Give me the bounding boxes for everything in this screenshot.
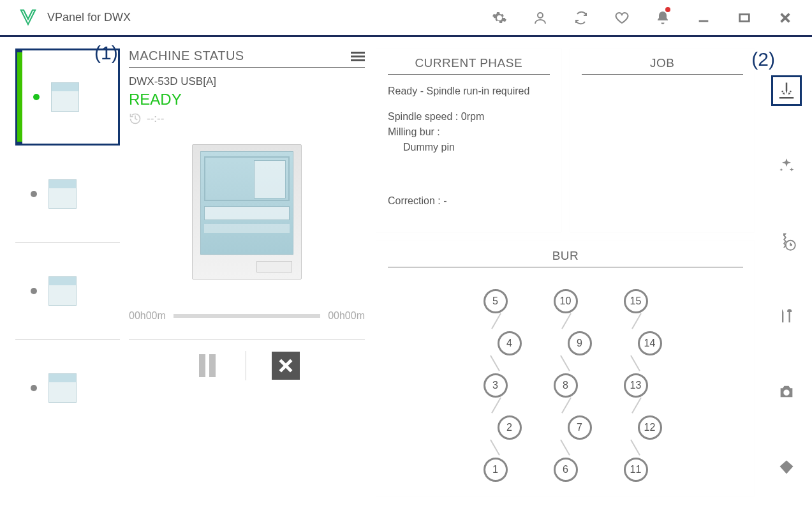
- job-panel: JOB: [570, 49, 755, 232]
- minimize-icon: [697, 11, 711, 25]
- notification-dot: [665, 7, 670, 12]
- job-heading: JOB: [650, 56, 674, 70]
- machine-name: DWX-53D USB[A]: [129, 75, 365, 88]
- bur-slot-15[interactable]: 15: [624, 289, 648, 313]
- tools-icon: [778, 308, 795, 325]
- app-title: VPanel for DWX: [47, 11, 131, 24]
- correction-value: -: [443, 195, 447, 206]
- progress-start: 00h00m: [129, 310, 166, 322]
- user-button[interactable]: [520, 0, 561, 36]
- pause-button[interactable]: [195, 353, 220, 378]
- refresh-button[interactable]: [561, 0, 602, 36]
- annotation-2: (2): [751, 49, 775, 70]
- bur-slot-6[interactable]: 6: [554, 458, 578, 482]
- bell-icon: [655, 10, 670, 26]
- svg-rect-4: [351, 59, 365, 61]
- svg-point-6: [790, 91, 792, 93]
- status-dot: [31, 385, 37, 391]
- notifications-button[interactable]: [642, 0, 683, 36]
- svg-rect-1: [740, 14, 749, 21]
- bur-label: Milling bur :: [388, 124, 550, 140]
- camera-icon: [778, 383, 795, 401]
- minimize-button[interactable]: [683, 0, 724, 36]
- bur-slot-13[interactable]: 13: [624, 373, 648, 398]
- current-phase-heading: CURRENT PHASE: [415, 56, 522, 70]
- refresh-icon: [573, 10, 589, 26]
- machine-thumb: [51, 82, 79, 112]
- machine-status-heading: MACHINE STATUS: [129, 49, 244, 63]
- status-dot: [31, 191, 37, 197]
- settings-button[interactable]: [479, 0, 520, 36]
- favorite-button[interactable]: [602, 0, 642, 36]
- machine-card-3[interactable]: [15, 243, 120, 340]
- gear-icon: [492, 10, 507, 26]
- heart-icon: [614, 10, 630, 26]
- machine-list: [15, 49, 120, 497]
- cleanup-tool-button[interactable]: [771, 151, 802, 181]
- svg-rect-0: [699, 20, 709, 22]
- machine-state: READY: [129, 91, 365, 108]
- title-bar: VPanel for DWX: [0, 0, 812, 37]
- progress-track[interactable]: [173, 314, 320, 318]
- bur-heading: BUR: [552, 249, 579, 263]
- screw-schedule-button[interactable]: [771, 226, 802, 257]
- milling-icon: [777, 81, 796, 100]
- current-phase-panel: CURRENT PHASE Ready - Spindle run-in req…: [376, 49, 561, 232]
- machine-status-panel: (1) MACHINE STATUS DWX-53D USB[A] READY …: [120, 49, 371, 497]
- user-icon: [533, 10, 548, 26]
- bur-slot-5[interactable]: 5: [484, 289, 508, 313]
- correction-label: Correction :: [388, 195, 443, 206]
- maximize-icon: [737, 11, 751, 25]
- bur-slot-3[interactable]: 3: [484, 373, 508, 398]
- svg-point-8: [785, 391, 788, 394]
- sparkle-icon: [778, 157, 795, 175]
- machine-thumb: [48, 276, 77, 306]
- close-icon: [778, 11, 792, 25]
- panel-menu-button[interactable]: [351, 52, 365, 63]
- screw-clock-icon: [777, 232, 796, 251]
- bur-slot-11[interactable]: 11: [624, 458, 648, 482]
- status-dot: [31, 288, 37, 294]
- bur-slot-7[interactable]: 7: [568, 415, 592, 440]
- history-clock-icon: [129, 112, 142, 125]
- phase-status-line: Ready - Spindle run-in required: [388, 84, 550, 99]
- diamond-icon: [778, 458, 795, 476]
- menu-icon: [351, 52, 365, 63]
- svg-point-5: [782, 91, 784, 93]
- bur-slot-1[interactable]: 1: [484, 458, 508, 482]
- maintenance-tool-button[interactable]: [771, 301, 802, 332]
- app-logo: [19, 8, 38, 27]
- spindle-label: Spindle speed :: [388, 111, 461, 122]
- bur-slot-10[interactable]: 10: [554, 289, 578, 313]
- spindle-value: 0rpm: [461, 111, 484, 122]
- machine-thumb: [48, 373, 77, 403]
- machine-card-4[interactable]: [15, 340, 120, 437]
- svg-rect-3: [351, 56, 365, 57]
- divider: [246, 351, 246, 380]
- bur-slot-9[interactable]: 9: [568, 331, 592, 355]
- side-toolbar: (2): [761, 49, 812, 497]
- svg-rect-2: [351, 52, 365, 54]
- progress-row: 00h00m 00h00m: [129, 310, 365, 322]
- bur-slot-14[interactable]: 14: [638, 331, 662, 355]
- maximize-button[interactable]: [724, 0, 765, 36]
- close-button[interactable]: [765, 0, 806, 36]
- bur-value: Dummy pin: [388, 140, 550, 155]
- machine-thumb: [48, 179, 77, 209]
- status-dot: [33, 94, 40, 100]
- x-icon: [276, 356, 295, 375]
- bur-slot-12[interactable]: 12: [638, 415, 662, 440]
- bur-slot-8[interactable]: 8: [554, 373, 578, 398]
- time-placeholder: --:--: [147, 112, 164, 125]
- machine-image: [192, 144, 302, 280]
- bur-panel: BUR 543211098761514131211: [376, 241, 755, 497]
- bur-slot-2[interactable]: 2: [498, 415, 522, 440]
- camera-tool-button[interactable]: [771, 377, 802, 407]
- machine-card-2[interactable]: [15, 146, 120, 243]
- diamond-tool-button[interactable]: [771, 452, 802, 482]
- bur-slot-4[interactable]: 4: [498, 331, 522, 355]
- progress-end: 00h00m: [328, 310, 365, 322]
- annotation-1: (1): [94, 42, 118, 64]
- stop-button[interactable]: [272, 352, 300, 380]
- milling-tool-button[interactable]: [771, 75, 802, 106]
